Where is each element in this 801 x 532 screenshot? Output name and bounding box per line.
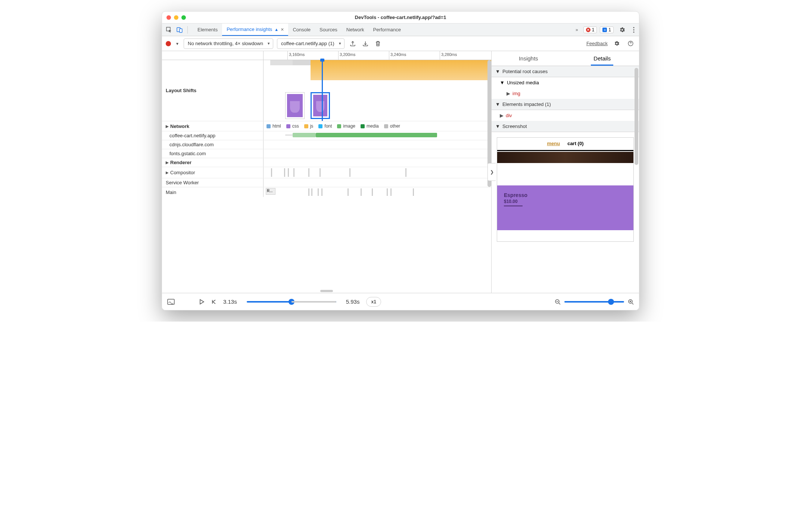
main-thread-row: Main R... — [162, 187, 491, 197]
tab-label: Console — [293, 27, 311, 32]
screenshot-section[interactable]: ▼Screenshot — [492, 121, 639, 132]
network-host-content[interactable] — [264, 140, 491, 149]
net-bar-light[interactable] — [293, 133, 316, 137]
network-header-row: ▶Network html css js font image media ot… — [162, 121, 491, 131]
legend-font: font — [318, 123, 332, 129]
record-button[interactable] — [166, 41, 171, 46]
div-element-item[interactable]: ▶div — [492, 110, 639, 121]
settings-icon[interactable] — [617, 26, 628, 33]
details-scrollbar[interactable] — [635, 68, 638, 165]
issues-badge[interactable]: ≡1 — [600, 26, 614, 33]
main-thread-content[interactable]: R... — [264, 187, 491, 197]
error-icon: ✕ — [586, 28, 590, 32]
section-title: Elements impacted (1) — [502, 101, 551, 107]
skip-to-start-icon[interactable] — [211, 299, 216, 304]
legend-label: js — [310, 123, 314, 129]
main-thread-label: Main — [162, 187, 264, 197]
close-tab-icon[interactable]: × — [281, 26, 284, 32]
playback-speed[interactable]: x1 — [366, 297, 381, 307]
minimize-window-button[interactable] — [174, 15, 178, 20]
error-badge[interactable]: ✕1 — [583, 26, 597, 33]
playhead[interactable] — [322, 60, 323, 121]
img-element-item[interactable]: ▶img — [492, 88, 639, 99]
preview-product-name: Espresso — [504, 192, 627, 198]
network-host-row: coffee-cart.netlify.app — [162, 131, 491, 140]
renderer-label-text: Renderer — [170, 160, 191, 165]
tab-elements[interactable]: Elements — [193, 24, 222, 36]
chevron-right-icon: ▶ — [166, 124, 169, 128]
record-menu-dropdown[interactable]: ▾ — [175, 41, 180, 46]
network-host-content[interactable] — [264, 131, 491, 140]
layout-shifts-content[interactable] — [264, 60, 491, 121]
network-label[interactable]: ▶Network — [162, 121, 264, 131]
ruler-tick: 3,160ms — [287, 51, 305, 60]
tab-sources[interactable]: Sources — [315, 24, 342, 36]
inspect-element-icon[interactable] — [164, 25, 174, 35]
layout-shift-thumb[interactable] — [285, 92, 305, 119]
tab-network[interactable]: Network — [342, 24, 369, 36]
panel-collapse-handle[interactable]: ❯ — [487, 163, 496, 181]
delete-icon[interactable] — [374, 41, 382, 47]
time-ruler[interactable]: 3,160ms 3,200ms 3,240ms 3,280ms — [162, 51, 491, 60]
zoom-slider-thumb[interactable] — [608, 299, 614, 305]
renderer-label[interactable]: ▶Renderer — [162, 158, 264, 167]
main-ticks — [264, 188, 491, 196]
zoom-in-icon[interactable] — [628, 299, 634, 305]
tab-performance-insights[interactable]: Performance insights ▲ × — [222, 24, 288, 36]
chevron-right-icon: ▶ — [507, 91, 510, 96]
svg-point-3 — [633, 27, 634, 28]
more-menu-icon[interactable] — [631, 27, 637, 33]
time-slider[interactable] — [247, 301, 336, 303]
panel-settings-icon[interactable] — [612, 40, 621, 47]
end-time-label: 5.93s — [346, 298, 360, 305]
device-toolbar-icon[interactable] — [175, 25, 184, 35]
play-icon[interactable] — [199, 299, 205, 305]
details-tab[interactable]: Details — [565, 51, 639, 66]
compositor-content[interactable] — [264, 167, 491, 178]
titlebar: DevTools - coffee-cart.netlify.app/?ad=1 — [162, 12, 639, 24]
help-icon[interactable] — [626, 40, 635, 47]
layout-shift-thumb-selected[interactable] — [311, 92, 330, 119]
tab-label: Performance — [373, 27, 401, 32]
net-bar-image[interactable] — [316, 133, 437, 137]
insights-tab[interactable]: Insights — [492, 51, 565, 66]
task-band-gray — [270, 60, 293, 65]
renderer-content[interactable] — [264, 158, 491, 167]
ruler-ticks: 3,160ms 3,200ms 3,240ms 3,280ms — [264, 51, 491, 60]
chevron-down-icon: ▼ — [495, 101, 500, 107]
toggle-preview-icon[interactable] — [167, 299, 175, 305]
root-causes-section[interactable]: ▼Potential root causes — [492, 66, 639, 77]
timeline-panel: 3,160ms 3,200ms 3,240ms 3,280ms Layout S… — [162, 51, 492, 293]
throttling-select[interactable]: No network throttling, 4× slowdown — [184, 38, 273, 49]
tab-console[interactable]: Console — [288, 24, 315, 36]
import-icon[interactable] — [361, 41, 370, 47]
preview-hero-image — [497, 152, 633, 163]
network-host-content[interactable] — [264, 149, 491, 158]
legend-label: media — [367, 123, 379, 129]
toolbar: ▾ No network throttling, 4× slowdown cof… — [162, 36, 639, 51]
unsized-media-item[interactable]: ▼Unsized media — [492, 77, 639, 88]
section-title: Screenshot — [502, 123, 527, 129]
maximize-window-button[interactable] — [181, 15, 186, 20]
zoom-out-icon[interactable] — [555, 299, 561, 305]
close-window-button[interactable] — [166, 15, 171, 20]
section-title: Potential root causes — [502, 69, 548, 74]
elements-impacted-section[interactable]: ▼Elements impacted (1) — [492, 99, 639, 110]
slider-thumb[interactable] — [289, 299, 294, 305]
long-task-band — [311, 60, 491, 80]
legend-media: media — [361, 123, 379, 129]
service-worker-content[interactable] — [264, 178, 491, 187]
preview-product-card: Espresso $10.00 — [497, 185, 633, 230]
svg-rect-2 — [180, 29, 182, 32]
more-tabs-icon[interactable]: » — [573, 27, 580, 32]
target-select[interactable]: coffee-cart.netlify.app (1) — [277, 38, 345, 49]
net-tail — [285, 135, 293, 135]
tab-performance[interactable]: Performance — [369, 24, 405, 36]
zoom-slider[interactable] — [564, 301, 624, 303]
horizontal-scroll-indicator[interactable] — [320, 290, 333, 292]
main-area: 3,160ms 3,200ms 3,240ms 3,280ms Layout S… — [162, 51, 639, 293]
issues-count: 1 — [608, 27, 611, 32]
export-icon[interactable] — [348, 41, 357, 47]
feedback-link[interactable]: Feedback — [586, 41, 608, 46]
compositor-label[interactable]: ▶Compositor — [162, 167, 264, 178]
